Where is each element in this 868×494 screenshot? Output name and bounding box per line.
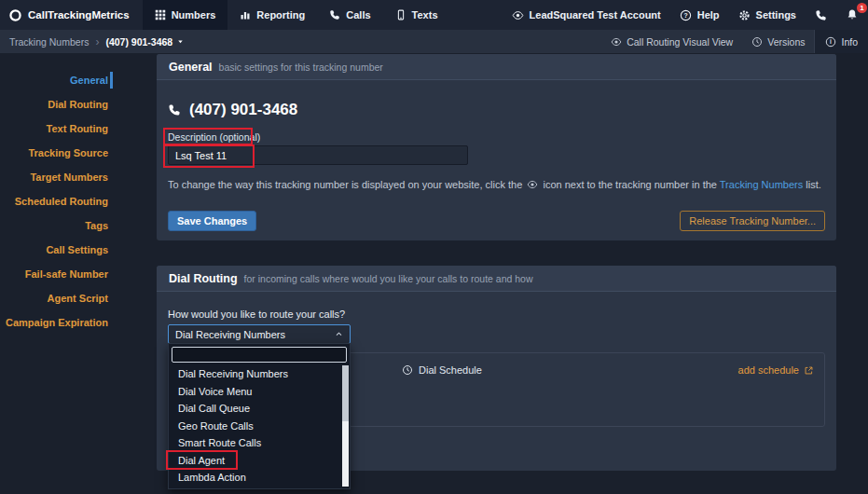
visual-view-label: Call Routing Visual View [627,36,733,48]
sidebar-item-scheduled-routing[interactable]: Scheduled Routing [0,189,123,213]
nav-label: Reporting [256,9,305,21]
breadcrumb: Tracking Numbers › (407) 901-3468 [0,35,185,48]
sidebar-item-label: Target Numbers [30,172,108,183]
brand-logo[interactable]: CallTrackingMetrics [0,0,143,30]
primary-nav: Numbers Reporting Calls Texts [143,0,450,30]
info-button[interactable]: i Info [814,30,868,53]
option-smart-route-calls[interactable]: Smart Route Calls [169,434,350,452]
breadcrumb-actions: Call Routing Visual View Versions i Info [601,30,868,53]
release-tracking-number-button[interactable]: Release Tracking Number... [680,211,825,231]
route-question-label: How would you like to route your calls? [168,309,825,320]
call-routing-visual-view-button[interactable]: Call Routing Visual View [601,36,742,48]
general-panel-body: (407) 901-3468 Description (optional) To… [157,80,836,240]
top-nav: CallTrackingMetrics Numbers Reporting Ca… [0,0,868,30]
help-label: Help [697,9,720,21]
phone-icon [815,9,827,21]
panel-subtitle: basic settings for this tracking number [219,62,383,73]
route-select-dropdown: Dial Receiving Numbers Dial Voice Menu D… [168,343,351,489]
chevron-up-icon [335,330,343,338]
versions-button[interactable]: Versions [742,36,814,48]
calltrackingmetrics-logo-icon [8,8,22,22]
help-text-part: list. [806,179,821,190]
sidebar-item-label: Call Settings [46,244,108,255]
tracking-number-heading: (407) 901-3468 [168,101,825,119]
option-geo-route-calls[interactable]: Geo Route Calls [169,418,350,435]
sidebar-item-campaign-expiration[interactable]: Campaign Expiration [0,310,123,335]
scrollbar-thumb[interactable] [342,365,349,421]
sidebar-item-label: General [70,75,108,86]
eye-icon [512,9,524,21]
save-changes-button[interactable]: Save Changes [168,211,256,231]
notification-badge: 1 [857,3,867,13]
sidebar-item-tracking-source[interactable]: Tracking Source [0,141,123,165]
description-label: Description (optional) [168,131,825,143]
account-menu[interactable]: LeadSquared Test Account [503,0,670,30]
external-link-icon [804,365,814,376]
account-label: LeadSquared Test Account [530,9,661,21]
settings-menu[interactable]: Settings [729,0,806,30]
dropdown-search-input[interactable] [172,347,347,363]
option-dial-agent[interactable]: Dial Agent [169,452,350,470]
svg-text:?: ? [683,12,687,19]
route-type-select[interactable]: Dial Receiving Numbers [168,324,351,344]
nav-label: Texts [412,9,438,21]
nav-calls[interactable]: Calls [317,0,382,30]
nav-texts[interactable]: Texts [383,0,450,30]
sidebar-item-dial-routing[interactable]: Dial Routing [0,92,123,117]
bar-chart-icon [240,9,251,21]
sidebar-item-tags[interactable]: Tags [0,213,123,238]
sidebar-item-label: Scheduled Routing [15,196,108,207]
option-dial-call-queue[interactable]: Dial Call Queue [169,400,350,418]
dial-routing-panel-header: Dial Routing for incoming calls where wo… [157,266,836,292]
mobile-icon [395,9,406,21]
tracking-number-value: (407) 901-3468 [189,101,297,119]
sidebar-item-label: Dial Routing [48,99,108,110]
general-actions-row: Save Changes Release Tracking Number... [168,211,825,231]
breadcrumb-tracking-numbers[interactable]: Tracking Numbers [9,36,89,48]
dropdown-option-list: Dial Receiving Numbers Dial Voice Menu D… [169,365,350,487]
sidebar-item-label: Campaign Expiration [6,317,108,328]
top-nav-right: LeadSquared Test Account ? Help Settings [503,0,868,30]
sidebar-item-label: Agent Script [48,293,108,304]
active-indicator [110,72,113,89]
display-help-text: To change the way this tracking number i… [168,179,825,190]
sidebar-item-label: Fail-safe Number [25,268,108,280]
notifications-button[interactable]: 1 [836,0,868,30]
add-schedule-label: add schedule [738,364,799,376]
info-icon: i [825,36,836,48]
sidebar-item-fail-safe-number[interactable]: Fail-safe Number [0,262,123,286]
gear-icon [738,9,751,21]
versions-label: Versions [767,36,805,48]
tracking-numbers-link[interactable]: Tracking Numbers [720,179,803,190]
sidebar-item-target-numbers[interactable]: Target Numbers [0,165,123,189]
sidebar-item-text-routing[interactable]: Text Routing [0,117,123,141]
help-text-part: icon next to the tracking number in the [543,179,717,190]
option-lambda-action[interactable]: Lambda Action [169,469,350,487]
nav-numbers[interactable]: Numbers [143,0,228,30]
sidebar-item-call-settings[interactable]: Call Settings [0,238,123,262]
option-dial-receiving-numbers[interactable]: Dial Receiving Numbers [169,365,350,383]
description-input[interactable] [168,145,468,165]
grid-icon [155,9,166,21]
app-window: CallTrackingMetrics Numbers Reporting Ca… [0,0,868,494]
help-menu[interactable]: ? Help [670,0,729,30]
general-panel: General basic settings for this tracking… [157,54,836,240]
help-icon: ? [680,9,692,21]
option-dial-voice-menu[interactable]: Dial Voice Menu [169,383,350,401]
help-text-part: To change the way this tracking number i… [168,179,522,190]
general-panel-header: General basic settings for this tracking… [157,54,836,80]
nav-reporting[interactable]: Reporting [227,0,317,30]
phone-icon [168,103,181,117]
panel-title: General [169,61,213,74]
sidebar-item-agent-script[interactable]: Agent Script [0,286,123,310]
add-schedule-link[interactable]: add schedule [738,364,814,376]
sidebar-item-general[interactable]: General [0,68,123,92]
settings-label: Settings [756,9,796,21]
breadcrumb-current-number[interactable]: (407) 901-3468 [105,36,185,48]
breadcrumb-bar: Tracking Numbers › (407) 901-3468 Call R… [0,30,868,53]
softphone-button[interactable] [806,0,836,30]
current-number-label: (407) 901-3468 [105,36,172,48]
brand-name: CallTrackingMetrics [28,9,130,21]
breadcrumb-separator: › [95,35,99,48]
dropdown-scrollbar[interactable] [342,365,349,487]
